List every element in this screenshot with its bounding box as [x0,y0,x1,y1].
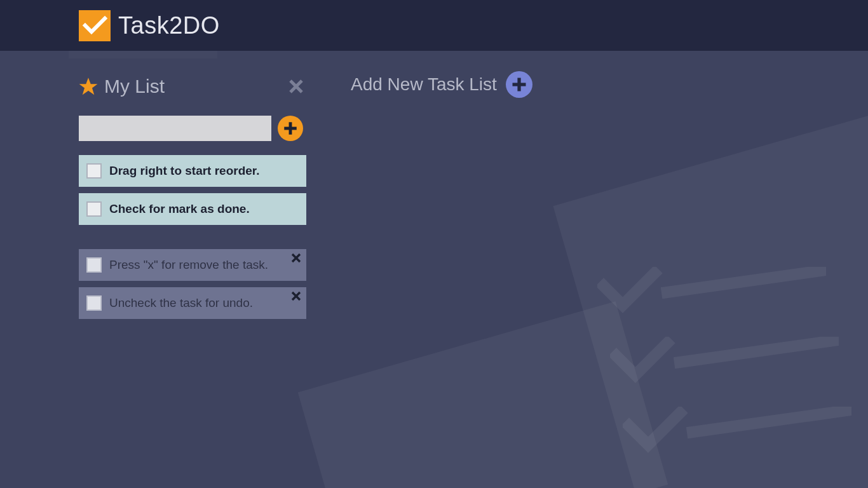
app-title-part1: Task [118,12,169,39]
app-title-part2: 2DO [169,12,220,39]
add-list-section: Add New Task List [351,71,532,98]
list-header: My List [79,72,306,100]
task-row[interactable]: Press "x" for remove the task. [79,249,306,281]
task-row[interactable]: Uncheck the task for undo. [79,287,306,319]
add-list-label: Add New Task List [351,74,497,95]
star-icon [79,77,98,96]
bg-decoration-sheet [298,301,668,488]
app-logo-icon [79,10,111,41]
close-list-button[interactable] [286,76,306,97]
svg-line-1 [680,340,839,362]
header-bar: Task2DO [0,0,868,51]
svg-line-2 [693,410,851,432]
remove-task-button[interactable] [291,252,301,266]
bg-decoration-check-icon [610,337,839,390]
task-text: Drag right to start reorder. [109,164,299,178]
task-checkbox[interactable] [86,201,102,217]
task-text: Check for mark as done. [109,202,299,216]
task-row[interactable]: Drag right to start reorder. [79,155,306,187]
bg-decoration-check-icon [623,407,851,460]
add-task-button[interactable] [278,116,303,141]
task-text: Uncheck the task for undo. [109,296,299,310]
new-task-input[interactable] [79,116,271,141]
list-title: My List [104,76,286,97]
task-list-column: My List Drag right to start reorder. [79,72,306,325]
remove-task-button[interactable] [291,290,301,304]
task-checkbox[interactable] [86,163,102,179]
task-checkbox[interactable] [86,295,102,311]
task-checkbox[interactable] [86,257,102,273]
task-row[interactable]: Check for mark as done. [79,193,306,225]
app-title: Task2DO [118,12,220,39]
new-task-row [79,116,306,141]
add-list-button[interactable] [506,71,532,98]
task-text: Press "x" for remove the task. [109,258,299,272]
svg-marker-3 [79,78,98,95]
